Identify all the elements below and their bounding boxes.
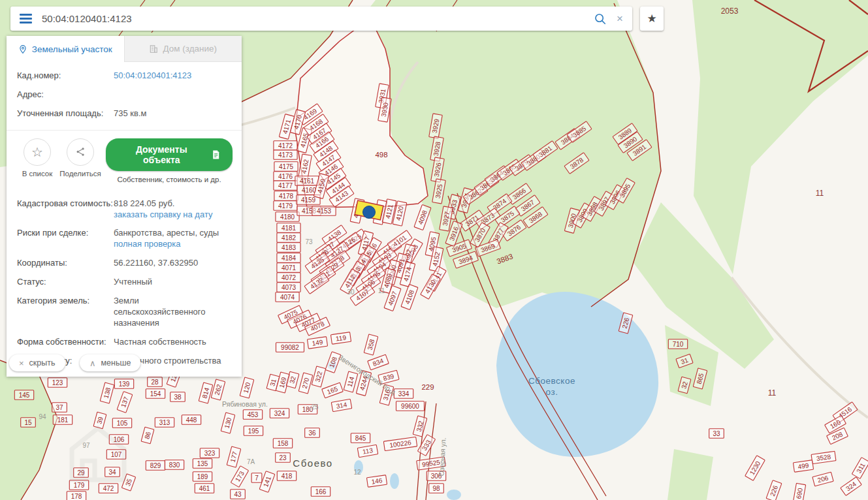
svg-text:7: 7 [255, 475, 259, 482]
map-parcel[interactable]: 4183 [277, 243, 300, 253]
map-parcel[interactable]: 4173 [274, 150, 297, 160]
field-label: Координаты: [17, 258, 114, 269]
map-parcel[interactable]: 181 [53, 415, 72, 425]
map-parcel[interactable]: 4153 [312, 206, 336, 216]
map-parcel[interactable]: 4180 [276, 212, 299, 222]
hide-panel-button[interactable]: × скрыть [9, 354, 65, 371]
parcel-main-fields: Кад.номер:50:04:0120401:4123Адрес:Уточне… [7, 62, 242, 130]
map-parcel[interactable]: 145 [14, 390, 33, 400]
map-parcel[interactable]: 324 [270, 409, 289, 418]
field-value: Земли сельскохозяйственного назначения [114, 296, 231, 329]
svg-text:4183: 4183 [281, 244, 297, 251]
map-parcel[interactable]: 154 [146, 389, 165, 399]
map-parcel[interactable]: 4184 [277, 253, 300, 263]
map-parcel[interactable]: 4072 [277, 273, 300, 283]
share-button[interactable]: Поделиться [59, 138, 102, 178]
svg-text:418: 418 [281, 473, 293, 480]
field-link[interactable]: полная проверка [114, 239, 181, 249]
map-parcel[interactable]: 710 [668, 339, 687, 349]
svg-text:4073: 4073 [281, 284, 297, 291]
map-parcel[interactable]: 453 [243, 410, 262, 420]
map-parcel[interactable]: 4161 [295, 176, 319, 186]
map-parcel[interactable]: 461 [195, 484, 214, 493]
map-parcel[interactable]: 4071 [277, 263, 300, 273]
map-parcel[interactable]: 4073 [277, 283, 300, 292]
tab-building[interactable]: Дом (здание) [124, 36, 242, 62]
map-parcel[interactable]: 334 [394, 389, 413, 399]
map-parcel[interactable]: 15 [21, 418, 36, 428]
object-documents-button[interactable]: Документы объекта [106, 138, 233, 171]
svg-text:37: 37 [56, 404, 63, 411]
map-parcel[interactable]: 33 [709, 429, 724, 439]
map-parcel[interactable]: 99600 [396, 401, 425, 411]
less-info-label: меньше [101, 358, 131, 367]
map-parcel[interactable]: 4172 [274, 141, 297, 151]
field-link[interactable]: заказать справку на дату [114, 210, 213, 219]
field-value: Учтенный [114, 277, 231, 288]
map-parcel[interactable]: 195 [244, 426, 263, 436]
parcel-info-panel: Земельный участок Дом (здание) Кад.номер… [7, 36, 242, 377]
map-parcel[interactable]: 448 [182, 415, 201, 425]
map-parcel[interactable]: 829 [146, 461, 165, 471]
tab-land-parcel[interactable]: Земельный участок [7, 36, 124, 62]
less-info-button[interactable]: ∧ меньше [80, 354, 140, 371]
svg-text:97: 97 [82, 442, 90, 449]
search-input[interactable] [40, 12, 594, 25]
svg-text:166: 166 [315, 488, 327, 495]
svg-text:4175: 4175 [279, 163, 294, 170]
map-parcel[interactable]: 418 [277, 471, 296, 481]
svg-text:11: 11 [768, 388, 777, 398]
svg-text:4179: 4179 [278, 202, 293, 210]
svg-text:4072: 4072 [281, 274, 297, 281]
map-parcel[interactable]: 4177 [274, 181, 297, 191]
map-parcel[interactable]: 4181 [277, 223, 300, 233]
svg-text:4172: 4172 [278, 142, 293, 149]
share-icon [75, 146, 86, 157]
map-parcel[interactable]: 313 [155, 418, 174, 428]
map-parcel[interactable]: 139 [114, 379, 133, 389]
map-parcel[interactable]: 34 [105, 467, 120, 477]
map-parcel[interactable]: 98 [429, 484, 444, 493]
map-parcel[interactable]: 158 [273, 439, 292, 448]
field-value[interactable]: 50:04:0120401:4123 [114, 70, 231, 82]
field-row: Уточненная площадь:735 кв.м [17, 108, 231, 119]
map-parcel[interactable]: 4176 [274, 172, 297, 181]
map-parcel[interactable]: 189 [193, 472, 212, 482]
svg-text:4184: 4184 [281, 255, 297, 262]
map-parcel[interactable]: 99082 [276, 343, 304, 352]
map-parcel[interactable]: 4179 [274, 201, 297, 211]
map-parcel[interactable]: 105 [112, 418, 131, 428]
map-parcel[interactable]: 845 [351, 433, 370, 443]
map-parcel[interactable]: 178 [67, 492, 86, 500]
map-parcel[interactable]: 28 [148, 377, 163, 387]
map-parcel[interactable]: 830 [165, 460, 184, 470]
map-parcel[interactable]: 37 [52, 403, 67, 413]
map-parcel[interactable]: 472 [99, 484, 118, 493]
close-icon[interactable]: × [617, 13, 623, 24]
object-documents-label: Документы объекта [118, 144, 206, 165]
object-documents-subtitle: Собственник, стоимость и др. [117, 176, 221, 183]
map-parcel[interactable]: 7 [251, 473, 262, 483]
map-parcel[interactable]: 323 [200, 448, 219, 458]
map-parcel[interactable]: 38 [170, 392, 185, 402]
map-parcel[interactable]: 4074 [276, 292, 299, 302]
map-parcel[interactable]: 36 [305, 428, 320, 438]
map-parcel[interactable]: 166 [311, 487, 330, 497]
add-to-list-button[interactable]: ☆ В список [16, 138, 59, 178]
magnifier-icon[interactable] [594, 12, 607, 25]
svg-text:123: 123 [52, 379, 63, 386]
hamburger-menu-icon[interactable] [10, 14, 40, 23]
map-parcel[interactable]: 23 [276, 453, 291, 463]
favorites-button[interactable]: ★ [640, 7, 664, 31]
svg-text:15: 15 [24, 419, 32, 426]
svg-text:99082: 99082 [281, 344, 299, 351]
map-parcel[interactable]: 4175 [274, 162, 298, 172]
map-parcel: 229 [421, 383, 434, 391]
map-parcel[interactable]: 4182 [277, 233, 300, 243]
quarter-number-label: 11 [816, 189, 824, 198]
close-icon: × [19, 358, 24, 368]
map-parcel[interactable]: 123 [48, 378, 67, 388]
map-parcel[interactable]: 135 [193, 459, 212, 469]
map-parcel[interactable]: 4178 [274, 191, 298, 201]
map-parcel[interactable]: 43 [231, 490, 246, 499]
